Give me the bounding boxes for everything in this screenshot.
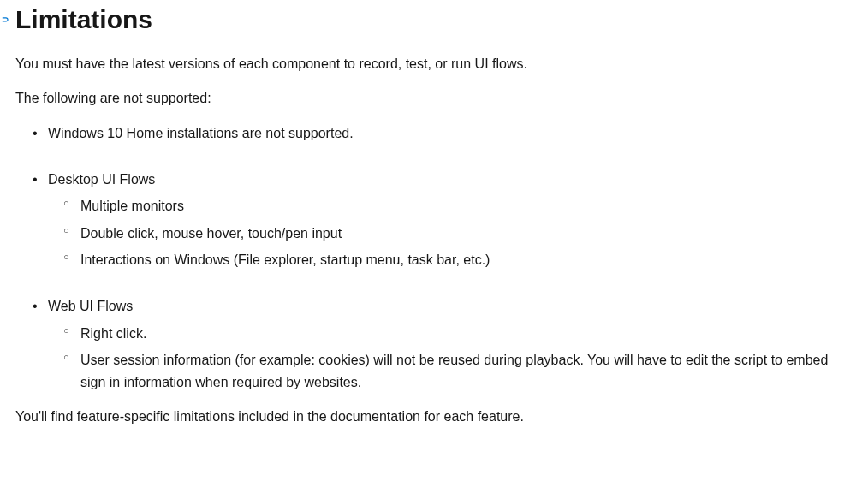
anchor-icon: ⊃ (2, 15, 9, 24)
list-item-text: Windows 10 Home installations are not su… (48, 126, 354, 140)
list-item-text: Web UI Flows (48, 299, 133, 313)
sub-list-item: User session information (for example: c… (80, 349, 853, 393)
not-supported-paragraph: The following are not supported: (15, 88, 853, 109)
section-heading: ⊃ Limitations (15, 0, 853, 39)
sub-list-item: Right click. (80, 323, 853, 345)
sub-list-item: Interactions on Windows (File explorer, … (80, 249, 853, 271)
list-item: Web UI Flows Right click. User session i… (48, 295, 853, 393)
sub-list-item: Double click, mouse hover, touch/pen inp… (80, 223, 853, 245)
intro-paragraph: You must have the latest versions of eac… (15, 54, 853, 74)
list-item-text: Desktop UI Flows (48, 172, 155, 187)
outro-paragraph: You'll find feature-specific limitations… (15, 407, 853, 427)
heading-text: Limitations (15, 5, 152, 33)
list-item: Windows 10 Home installations are not su… (48, 122, 853, 145)
sub-list-item: Multiple monitors (80, 195, 853, 217)
list-item: Desktop UI Flows Multiple monitors Doubl… (48, 169, 853, 271)
limitations-list: Windows 10 Home installations are not su… (15, 122, 853, 393)
sub-list: Right click. User session information (f… (48, 323, 853, 394)
sub-list: Multiple monitors Double click, mouse ho… (48, 195, 853, 271)
